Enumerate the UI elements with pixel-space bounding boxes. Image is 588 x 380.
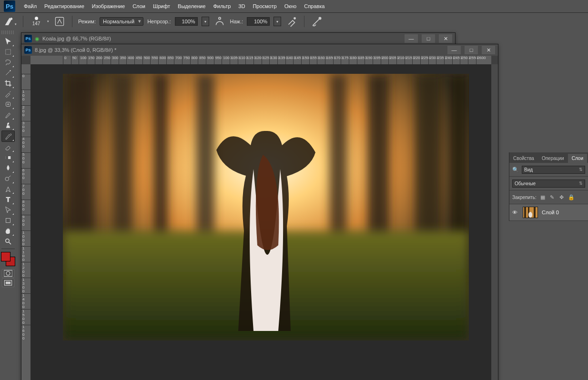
hand-tool[interactable]: [2, 226, 14, 236]
quickmask-toggle[interactable]: [2, 269, 14, 278]
layer-blendmode-select[interactable]: Обычные: [512, 180, 585, 188]
ruler-vertical[interactable]: 0100200300400500600700800900100011001200…: [21, 64, 30, 380]
svg-point-2: [218, 17, 220, 19]
svg-point-30: [528, 212, 532, 218]
lock-brush-icon[interactable]: ✎: [549, 194, 556, 200]
clone-stamp-tool[interactable]: [2, 120, 14, 130]
canvas-image[interactable]: [63, 74, 469, 340]
tab-layers[interactable]: Слои: [568, 154, 587, 163]
opacity-stepper[interactable]: ▾: [202, 17, 209, 26]
svg-point-11: [6, 239, 10, 243]
svg-point-4: [319, 17, 321, 19]
close-button[interactable]: ✕: [439, 34, 452, 43]
crop-tool[interactable]: [2, 78, 14, 89]
move-tool[interactable]: [2, 36, 14, 47]
opacity-input[interactable]: [175, 17, 198, 26]
flow-input[interactable]: [247, 17, 270, 26]
layer-thumbnail[interactable]: [523, 207, 538, 218]
color-swatches[interactable]: [1, 252, 15, 266]
layer-name[interactable]: Слой 0: [542, 210, 559, 215]
menu-file[interactable]: Файл: [20, 1, 41, 11]
svg-rect-5: [6, 50, 11, 55]
brush-preset-picker[interactable]: 147: [29, 17, 43, 26]
menu-window[interactable]: Окно: [281, 1, 301, 11]
lasso-tool[interactable]: [2, 57, 14, 68]
maximize-button[interactable]: □: [422, 34, 435, 43]
canvas-area[interactable]: [30, 64, 491, 380]
type-tool[interactable]: [2, 194, 14, 205]
search-icon: 🔍: [512, 167, 519, 173]
tab-actions[interactable]: Операции: [538, 154, 568, 163]
menu-layers[interactable]: Слои: [129, 1, 149, 11]
tab-properties[interactable]: Свойства: [509, 154, 538, 163]
document-window-front: Ps 8.jpg @ 33,3% (Слой 0, RGB/8#) * — □ …: [21, 44, 498, 380]
brush-tool[interactable]: [2, 110, 14, 120]
mode-label: Режим:: [78, 19, 96, 24]
svg-point-9: [5, 177, 9, 181]
workspace: Ps ◉ Koala.jpg @ 66,7% (RGB/8#) — □ ✕ Ps…: [0, 30, 588, 380]
pressure-opacity-icon[interactable]: [213, 15, 226, 28]
menu-view[interactable]: Просмотр: [249, 1, 280, 11]
menubar: Ps Файл Редактирование Изображение Слои …: [0, 0, 588, 13]
layer-item[interactable]: 👁 Слой 0: [509, 204, 588, 221]
lock-label: Закрепить:: [512, 195, 537, 200]
magic-wand-tool[interactable]: [2, 68, 14, 78]
menu-filter[interactable]: Фильтр: [209, 1, 234, 11]
dodge-tool[interactable]: [2, 173, 14, 184]
svg-rect-1: [55, 17, 63, 25]
lock-position-icon[interactable]: ✥: [558, 194, 565, 200]
lock-all-icon[interactable]: 🔒: [568, 194, 575, 200]
app-logo: Ps: [4, 0, 15, 12]
document-title-back: Koala.jpg @ 66,7% (RGB/8#): [42, 36, 111, 41]
menu-3d[interactable]: 3D: [234, 1, 249, 11]
eraser-tool[interactable]: [2, 142, 14, 152]
marquee-tool[interactable]: [2, 47, 14, 57]
eyedropper-tool[interactable]: [2, 89, 14, 99]
visibility-eye-icon[interactable]: 👁: [512, 210, 519, 215]
screenmode-toggle[interactable]: [2, 279, 14, 287]
toolbox-grip[interactable]: [1, 30, 15, 34]
svg-rect-8: [6, 156, 8, 159]
svg-rect-10: [6, 219, 10, 223]
menu-type[interactable]: Шрифт: [149, 1, 174, 11]
ruler-horizontal[interactable]: 0501001502002503003504004505005506006507…: [30, 56, 491, 64]
healing-brush-tool[interactable]: [2, 99, 14, 110]
brush-size-value: 147: [32, 21, 41, 26]
gradient-tool[interactable]: [2, 152, 14, 163]
menu-help[interactable]: Справка: [300, 1, 328, 11]
menu-image[interactable]: Изображение: [88, 1, 129, 11]
document-title-front: 8.jpg @ 33,3% (Слой 0, RGB/8#) *: [35, 47, 116, 53]
shape-tool[interactable]: [2, 215, 14, 226]
brush-panel-toggle-icon[interactable]: [53, 15, 66, 28]
vertical-scrollbar[interactable]: [491, 64, 498, 380]
blur-tool[interactable]: [2, 163, 14, 173]
panels: Свойства Операции Слои 🔍 Вид Обычные Зак…: [509, 152, 588, 221]
ps-badge-icon: Ps: [24, 35, 32, 42]
zoom-tool[interactable]: [2, 236, 14, 247]
layer-filter-select[interactable]: Вид: [522, 166, 585, 174]
menu-select[interactable]: Выделение: [174, 1, 209, 11]
path-selection-tool[interactable]: [2, 205, 14, 215]
maximize-button[interactable]: □: [465, 46, 478, 54]
flow-stepper[interactable]: ▾: [274, 17, 281, 26]
toolbox: [0, 30, 16, 288]
airbrush-icon[interactable]: [285, 15, 298, 28]
svg-rect-15: [6, 281, 10, 284]
history-brush-tool[interactable]: [1, 130, 15, 142]
foreground-color[interactable]: [1, 252, 10, 261]
blend-mode-select[interactable]: Нормальный: [100, 17, 143, 26]
close-button[interactable]: ✕: [482, 46, 495, 54]
svg-point-13: [6, 271, 10, 275]
svg-point-3: [294, 18, 295, 19]
minimize-button[interactable]: —: [447, 46, 461, 54]
options-bar: ▾ 147 ▾ Режим: Нормальный Непрозр.: ▾ На…: [0, 13, 588, 30]
lock-pixels-icon[interactable]: ▦: [539, 194, 546, 200]
svg-rect-27: [524, 207, 526, 218]
pen-tool[interactable]: [2, 184, 14, 194]
svg-point-0: [10, 18, 12, 20]
menu-edit[interactable]: Редактирование: [41, 1, 88, 11]
current-tool-icon[interactable]: ▾: [4, 15, 17, 28]
ps-badge-icon: Ps: [24, 46, 32, 54]
minimize-button[interactable]: —: [405, 34, 418, 43]
pressure-size-icon[interactable]: [310, 15, 324, 28]
